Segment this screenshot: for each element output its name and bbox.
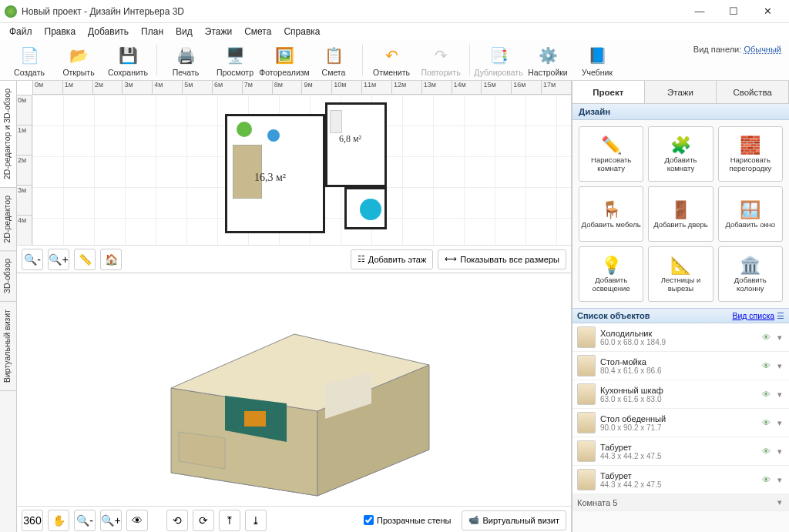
design-card-2[interactable]: 🧱Нарисовать перегородку (718, 126, 783, 182)
visibility-icon[interactable]: 👁 (762, 361, 771, 370)
estimate-button[interactable]: 📋Смета (311, 43, 357, 79)
chevron-down-icon[interactable]: ▾ (775, 497, 784, 507)
viewport-2d[interactable]: 0м1м2м3м4м5м6м7м8м9м10м11м12м13м14м15м16… (17, 81, 571, 273)
preview-button[interactable]: 🖥️Просмотр (212, 43, 258, 79)
eye-button[interactable]: 👁 (126, 510, 148, 531)
add-floor-button[interactable]: ☷Добавить этаж (351, 249, 433, 269)
design-card-6[interactable]: 💡Добавить освещение (579, 246, 643, 302)
design-card-4[interactable]: 🚪Добавить дверь (648, 186, 713, 242)
print-button[interactable]: 🖨️Печать (163, 43, 209, 79)
object-row[interactable]: Табурет44.3 x 44.2 x 47.5👁▾ (572, 437, 789, 466)
visibility-icon[interactable]: 👁 (762, 333, 771, 342)
create-button[interactable]: 📄Создать (6, 43, 52, 79)
floorplan[interactable]: 16,3 м² 6,8 м² (225, 102, 402, 233)
design-card-7[interactable]: 📐Лестницы и вырезы (648, 246, 713, 302)
rotate-left-button[interactable]: ⟲ (166, 510, 188, 531)
chevron-down-icon[interactable]: ▾ (775, 333, 784, 343)
list-view-link[interactable]: Вид списка (732, 311, 774, 320)
settings-button[interactable]: ⚙️Настройки (525, 43, 571, 79)
list-view-icon[interactable]: ☰ (777, 311, 784, 320)
vtab-virtual[interactable]: Виртуальный визит (0, 302, 16, 391)
transparent-walls-input[interactable] (364, 515, 374, 525)
photorealism-button[interactable]: 🖼️Фотореализм (261, 43, 307, 79)
chevron-down-icon[interactable]: ▾ (775, 447, 784, 457)
house-3d[interactable] (125, 303, 464, 504)
visibility-icon[interactable]: 👁 (762, 475, 771, 484)
chevron-down-icon[interactable]: ▾ (775, 361, 784, 371)
fridge-2d[interactable] (330, 110, 342, 133)
camera-icon: 📹 (468, 515, 479, 525)
panel-view-link[interactable]: Обычный (744, 45, 781, 54)
zoom-out-3d-button[interactable]: 🔍- (74, 510, 96, 531)
design-card-0[interactable]: ✏️Нарисовать комнату (579, 126, 643, 182)
visibility-icon[interactable]: 👁 (762, 447, 771, 456)
tilt-up-button[interactable]: ⤒ (219, 510, 240, 531)
rotate-360-button[interactable]: 360 (22, 510, 43, 531)
rotate-right-button[interactable]: ⟳ (193, 510, 214, 531)
design-label: Добавить комнату (650, 156, 710, 172)
object-list[interactable]: Холодильник60.0 x 68.0 x 184.9👁▾Стол-мой… (572, 323, 789, 532)
zoom-out-button[interactable]: 🔍- (22, 249, 43, 270)
menu-help[interactable]: Справка (277, 25, 326, 38)
chevron-down-icon[interactable]: ▾ (775, 390, 784, 400)
printer-icon: 🖨️ (175, 45, 196, 66)
menu-floors[interactable]: Этажи (199, 25, 238, 38)
tab-project[interactable]: Проект (572, 81, 645, 103)
transparent-walls-checkbox[interactable]: Прозрачные стены (358, 510, 457, 530)
menu-plan[interactable]: План (135, 25, 170, 38)
object-name: Стол обеденный (600, 414, 757, 423)
design-card-3[interactable]: 🪑Добавить мебель (579, 186, 643, 242)
object-row[interactable]: Стол обеденный90.0 x 90.2 x 71.7👁▾ (572, 409, 789, 437)
home-button[interactable]: 🏠 (100, 249, 122, 270)
plant-2d[interactable] (237, 122, 252, 137)
tilt-down-button[interactable]: ⤓ (245, 510, 267, 531)
design-label: Нарисовать комнату (581, 156, 641, 172)
chevron-down-icon[interactable]: ▾ (775, 418, 784, 428)
minimize-button[interactable]: — (683, 1, 717, 22)
maximize-button[interactable]: ☐ (717, 1, 750, 22)
menu-view[interactable]: Вид (170, 25, 199, 38)
object-row[interactable]: Табурет44.3 x 44.2 x 47.5👁▾ (572, 466, 789, 494)
lamp-2d[interactable] (267, 129, 280, 142)
visibility-icon[interactable]: 👁 (762, 418, 771, 427)
manual-button[interactable]: 📘Учебник (574, 43, 620, 79)
design-card-5[interactable]: 🪟Добавить окно (718, 186, 783, 242)
zoom-in-button[interactable]: 🔍+ (48, 249, 69, 270)
bathroom-fixture[interactable] (360, 199, 381, 220)
object-row-footer[interactable]: Комната 5▾ (572, 494, 789, 511)
menu-estimate[interactable]: Смета (238, 25, 277, 38)
canvas-2d[interactable]: 16,3 м² 6,8 м² (32, 95, 571, 245)
chevron-down-icon[interactable]: ▾ (775, 475, 784, 485)
zoom-in-3d-button[interactable]: 🔍+ (100, 510, 122, 531)
vtab-2d-3d[interactable]: 2D-редактор и 3D-обзор (0, 81, 16, 188)
object-thumbnail (577, 412, 596, 433)
design-card-8[interactable]: 🏛️Добавить колонну (718, 246, 783, 302)
vtab-2d[interactable]: 2D-редактор (0, 188, 16, 251)
show-dimensions-button[interactable]: ⟷Показывать все размеры (438, 249, 566, 269)
tab-properties[interactable]: Свойства (717, 81, 789, 103)
vtab-3d[interactable]: 3D-обзор (0, 251, 16, 302)
close-button[interactable]: ✕ (750, 1, 784, 22)
viewport-3d[interactable]: 360 ✋ 🔍- 🔍+ 👁 ⟲ ⟳ ⤒ ⤓ Прозрачные стены 📹… (17, 273, 571, 532)
save-button[interactable]: 💾Сохранить (105, 43, 151, 79)
object-name: Кухонный шкаф (600, 386, 757, 395)
pan-button[interactable]: ✋ (48, 510, 69, 531)
tab-floors[interactable]: Этажи (645, 81, 717, 103)
design-card-1[interactable]: 🧩Добавить комнату (648, 126, 713, 182)
object-row[interactable]: Стол-мойка80.4 x 61.6 x 86.6👁▾ (572, 352, 789, 380)
object-row[interactable]: Холодильник60.0 x 68.0 x 184.9👁▾ (572, 323, 789, 352)
undo-button[interactable]: ↶Отменить (368, 43, 415, 79)
visibility-icon[interactable]: 👁 (762, 390, 771, 399)
menu-add[interactable]: Добавить (82, 25, 135, 38)
menu-file[interactable]: Файл (3, 25, 39, 38)
menu-edit[interactable]: Правка (39, 25, 82, 38)
duplicate-button[interactable]: 📑Дублировать (475, 43, 522, 79)
redo-button[interactable]: ↷Повторить (418, 43, 464, 79)
measure-button[interactable]: 📏 (74, 249, 96, 270)
open-button[interactable]: 📂Открыть (55, 43, 102, 79)
object-row[interactable]: Кухонный шкаф63.0 x 61.6 x 83.0👁▾ (572, 380, 789, 409)
new-file-icon: 📄 (18, 45, 40, 66)
window-title: Новый проект - Дизайн Интерьера 3D (22, 6, 683, 17)
virtual-visit-button[interactable]: 📹Виртуальный визит (462, 510, 566, 530)
dimensions-icon: ⟷ (445, 254, 457, 264)
